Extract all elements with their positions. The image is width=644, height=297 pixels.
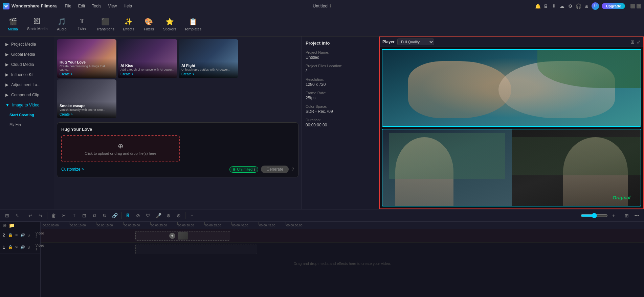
toolbar-templates[interactable]: 📋 Templates [180, 16, 205, 33]
card-create-link[interactable]: Create > [181, 72, 236, 76]
track-lock-icon[interactable]: 🔒 [8, 245, 13, 250]
select-button[interactable]: ↖ [13, 211, 22, 220]
rotate-button[interactable]: ↻ [100, 211, 109, 220]
audio-meter-button[interactable]: 🎚 [124, 211, 132, 220]
download-icon[interactable]: ⬇ [551, 3, 557, 9]
sidebar-label: Image to Video [12, 103, 40, 107]
link-button[interactable]: 🔗 [110, 211, 119, 220]
info-value: 25fps [306, 96, 375, 100]
quality-select[interactable]: Full Quality Half Quality Quarter Qualit… [397, 39, 434, 45]
app-logo: W Wondershare Filmora [3, 3, 57, 9]
sidebar-item-adjustment-layer[interactable]: ▶ Adjustment La... [1, 80, 52, 90]
sidebar-item-image-to-video[interactable]: ▼ Image to Video [1, 100, 52, 110]
toolbar-transitions[interactable]: ⬛ Transitions [92, 16, 118, 33]
add-track-icon[interactable]: ⊕ [3, 223, 7, 228]
track-lock-icon[interactable]: 🔒 [8, 232, 13, 238]
track-solo-icon[interactable]: S [26, 245, 31, 250]
menu-help[interactable]: Help [121, 3, 135, 9]
menu-view[interactable]: View [105, 3, 119, 9]
toolbar-media[interactable]: 🎬 Media [3, 16, 23, 33]
crop-button[interactable]: ⊡ [80, 211, 89, 220]
cloud-icon[interactable]: ☁ [559, 3, 565, 9]
headphone-icon[interactable]: 🎧 [575, 3, 581, 9]
track-mute-icon[interactable]: 🔊 [20, 245, 25, 250]
overlay-button[interactable]: ⊛ [164, 211, 173, 220]
media-card-fight[interactable]: AI Fight Unleash epic battles with AI-po… [179, 39, 238, 78]
copy-button[interactable]: ⧉ [90, 211, 99, 220]
media-card-hug[interactable]: Hug Your Love Create heartwarming AI hug… [57, 39, 116, 78]
menu-tools[interactable]: Tools [89, 3, 104, 9]
toolbar-effects[interactable]: ✨ Effects [118, 16, 139, 33]
track-visibility-icon[interactable]: 👁 [14, 232, 19, 238]
cut-button[interactable]: ✂ [60, 211, 68, 220]
text-button[interactable]: T [70, 211, 79, 220]
more-button[interactable]: ••• [632, 211, 641, 220]
minimize-button[interactable]: ─ [630, 4, 635, 8]
track-solo-icon[interactable]: S [26, 232, 31, 238]
sidebar-item-project-media[interactable]: ▶ Project Media [1, 40, 52, 49]
card-create-link[interactable]: Create > [60, 72, 114, 76]
sidebar-item-my-file[interactable]: My File [1, 120, 52, 129]
title-info-icon[interactable]: ℹ [330, 4, 331, 8]
grid-view-button[interactable]: ⊞ [622, 211, 631, 220]
redo-button[interactable]: ↪ [36, 211, 45, 220]
folder-icon[interactable]: 📁 [9, 223, 15, 228]
maximize-button[interactable]: □ [637, 4, 641, 8]
shield-button[interactable]: 🛡 [144, 211, 153, 220]
mic-button[interactable]: 🎤 [154, 211, 163, 220]
toolbar-filters[interactable]: 🎨 Filters [139, 16, 159, 33]
menu-file[interactable]: File [62, 3, 74, 9]
timeline-ruler: 00:00:05:00 00:00:10:00 00:00:15:00 00:0… [41, 222, 644, 229]
transitions-icon: ⬛ [101, 18, 110, 26]
sidebar-label: My File [9, 122, 21, 126]
expand-icon[interactable]: ⤢ [637, 39, 641, 45]
customize-link[interactable]: Customize > [61, 167, 84, 172]
sidebar-item-cloud-media[interactable]: ▶ Cloud Media [1, 60, 52, 69]
transitions-label: Transitions [96, 27, 114, 31]
track-mute-icon[interactable]: 🔊 [20, 232, 25, 238]
card-title: AI Fight [181, 64, 236, 68]
unlimited-icon: ⊕ [232, 167, 236, 172]
sidebar-item-compound-clip[interactable]: ▶ Compound Clip [1, 90, 52, 100]
info-row-framerate: Frame Rate: 25fps [306, 91, 375, 100]
timeline-content: ⊕ 📁 2 🔒 👁 🔊 S Video 2 1 🔒 👁 🔊 [0, 222, 644, 297]
media-card-smoke[interactable]: Smoke escape Vanish instantly with secre… [57, 79, 116, 118]
split-button[interactable]: ⊘ [134, 211, 142, 220]
undo-button[interactable]: ↩ [26, 211, 35, 220]
audio-icon: 🎵 [58, 18, 66, 26]
zoom-slider[interactable] [581, 213, 608, 218]
menu-edit[interactable]: Edit [75, 3, 88, 9]
monitor-icon[interactable]: 🖥 [543, 3, 549, 9]
media-card-kiss[interactable]: AI Kiss Add a touch of romance with AI-p… [118, 39, 177, 78]
sidebar-item-global-media[interactable]: ▶ Global Media [1, 50, 52, 59]
avatar[interactable]: U [592, 2, 599, 10]
generate-button[interactable]: Generate [261, 166, 289, 173]
zoom-in-button[interactable]: + [609, 211, 618, 220]
toolbar-titles[interactable]: T Titles [72, 16, 92, 32]
track-visibility-icon[interactable]: 👁 [14, 245, 19, 250]
card-overlay: AI Kiss Add a touch of romance with AI-p… [118, 61, 177, 78]
toolbar-stock-media[interactable]: 🖼 Stock Media [23, 16, 52, 33]
media-icon: 🎬 [9, 18, 17, 26]
upgrade-button[interactable]: Upgrade [602, 3, 625, 9]
sidebar-item-influence-kit[interactable]: ▶ Influence Kit [1, 70, 52, 79]
delete-button[interactable]: 🗑 [49, 211, 58, 220]
upload-area[interactable]: ⊕ Click to upload or drag and drop file(… [61, 135, 180, 162]
card-create-link[interactable]: Create > [60, 113, 114, 116]
card-create-link[interactable]: Create > [120, 72, 175, 76]
sidebar-item-start-creating[interactable]: Start Creating [1, 110, 52, 119]
toolbar-audio[interactable]: 🎵 Audio [52, 16, 72, 33]
effects-icon: ✨ [124, 18, 133, 26]
detach-button[interactable]: ⊜ [174, 211, 183, 220]
left-sidebar: ▶ Project Media ▶ Global Media ▶ Cloud M… [0, 36, 54, 209]
split-view-icon[interactable]: ⊞ [630, 39, 635, 45]
zoom-out-button[interactable]: − [187, 211, 196, 220]
notification-icon[interactable]: 🔔 [535, 3, 541, 9]
sidebar-label: Global Media [11, 52, 35, 57]
help-icon[interactable]: ? [291, 167, 294, 172]
grid-icon[interactable]: ⊞ [583, 3, 590, 9]
snap-button[interactable]: ⊞ [3, 211, 12, 220]
settings-icon[interactable]: ⚙ [567, 3, 573, 9]
info-icon[interactable]: ℹ [254, 167, 255, 172]
toolbar-stickers[interactable]: ⭐ Stickers [159, 16, 180, 33]
